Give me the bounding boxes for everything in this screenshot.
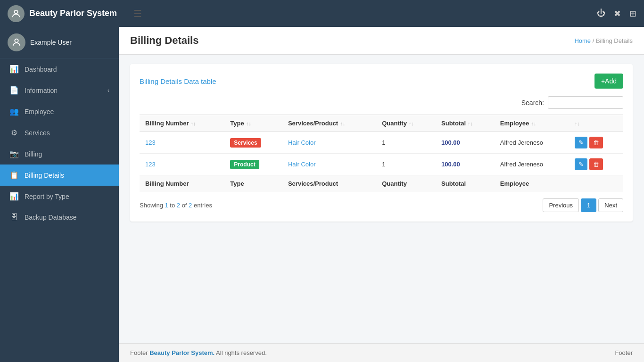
sidebar-label-information: Information: [25, 87, 58, 94]
cell-billing-number-0: 123: [140, 132, 224, 154]
col-quantity[interactable]: Quantity ↑↓: [376, 115, 436, 132]
col-type-label: Type: [230, 120, 244, 127]
sidebar-label-dashboard: Dashboard: [25, 66, 57, 73]
type-badge-1: Product: [230, 160, 259, 169]
delete-button-0[interactable]: 🗑: [589, 137, 603, 148]
table-row: 123 Services Hair Color 1 100.00 Alfred …: [140, 132, 623, 154]
service-product-link-1[interactable]: Hair Color: [288, 161, 316, 168]
page-title: Billing Details: [130, 34, 198, 47]
col-type[interactable]: Type ↑↓: [224, 115, 282, 132]
page-1-button[interactable]: 1: [581, 198, 596, 212]
billing-icon: 📷: [9, 149, 19, 158]
subtotal-value-0: 100.00: [441, 139, 460, 146]
sidebar-item-services[interactable]: ⚙ Services: [0, 122, 119, 143]
power-button[interactable]: ⏻: [597, 8, 605, 18]
brand-icon: [8, 5, 25, 22]
col-actions: ↑↓: [569, 115, 623, 132]
cell-employee-1: Alfred Jereneso: [495, 154, 569, 175]
footer-rights: All rights reserved.: [216, 349, 267, 356]
svg-point-0: [14, 10, 17, 13]
footer-subtotal: Subtotal: [436, 175, 495, 192]
sort-icon-quantity: ↑↓: [409, 121, 414, 126]
footer-employee: Employee: [495, 175, 569, 192]
col-employee-label: Employee: [500, 120, 529, 127]
page-footer: Footer Beauty Parlor System. All rights …: [119, 343, 644, 362]
employee-icon: 👥: [9, 107, 19, 116]
col-quantity-label: Quantity: [382, 120, 407, 127]
breadcrumb-current: Billing Details: [596, 37, 633, 44]
edit-button-1[interactable]: ✎: [575, 158, 587, 170]
cell-subtotal-1: 100.00: [436, 154, 495, 175]
sort-icon-type: ↑↓: [246, 121, 251, 126]
next-button[interactable]: Next: [598, 198, 623, 212]
footer-actions: [569, 175, 623, 192]
top-bar-actions: ⏻ ✖ ⊞: [597, 8, 636, 19]
sidebar: Example User 📊 Dashboard 📄 Information ‹…: [0, 27, 119, 362]
information-icon: 📄: [9, 86, 19, 95]
breadcrumb-home[interactable]: Home: [574, 37, 591, 44]
backup-icon: 🗄: [9, 213, 19, 222]
fullscreen-button[interactable]: ✖: [614, 8, 621, 19]
app-brand: Beauty Parlor System: [8, 5, 126, 22]
sidebar-label-report: Report by Type: [25, 193, 69, 200]
subtotal-value-1: 100.00: [441, 161, 460, 168]
col-billing-number[interactable]: Billing Number ↑↓: [140, 115, 224, 132]
col-billing-number-label: Billing Number: [145, 120, 189, 127]
col-services-product[interactable]: Services/Product ↑↓: [282, 115, 376, 132]
search-input[interactable]: [548, 96, 623, 109]
billing-details-icon: 📋: [9, 171, 19, 180]
sidebar-item-billing[interactable]: 📷 Billing: [0, 143, 119, 165]
delete-button-1[interactable]: 🗑: [589, 158, 603, 170]
sidebar-item-information[interactable]: 📄 Information ‹: [0, 80, 119, 101]
sort-icon-subtotal: ↑↓: [468, 121, 473, 126]
billing-number-link-0[interactable]: 123: [145, 139, 156, 146]
table-controls: Search:: [140, 96, 623, 109]
grid-button[interactable]: ⊞: [629, 8, 636, 19]
content-body: Billing Details Data table +Add Search:: [119, 55, 644, 343]
footer-billing-number: Billing Number: [140, 175, 224, 192]
sidebar-item-backup-database[interactable]: 🗄 Backup Database: [0, 207, 119, 228]
billing-table: Billing Number ↑↓ Type ↑↓: [140, 115, 623, 192]
main-card: Billing Details Data table +Add Search:: [130, 64, 633, 222]
showing-text: Showing 1 to 2 of 2 entries: [140, 202, 212, 209]
cell-service-product-1: Hair Color: [282, 154, 376, 175]
col-subtotal[interactable]: Subtotal ↑↓: [436, 115, 495, 132]
cell-service-product-0: Hair Color: [282, 132, 376, 154]
service-product-link-0[interactable]: Hair Color: [288, 139, 316, 146]
breadcrumb: Home / Billing Details: [574, 37, 633, 44]
sidebar-label-billing-details: Billing Details: [25, 172, 64, 179]
table-body: 123 Services Hair Color 1 100.00 Alfred …: [140, 132, 623, 175]
hamburger-button[interactable]: ☰: [133, 8, 148, 19]
sidebar-item-employee[interactable]: 👥 Employee: [0, 101, 119, 122]
footer-left-text: Footer: [130, 349, 149, 356]
sort-icon-billing: ↑↓: [190, 121, 196, 126]
services-icon: ⚙: [9, 128, 19, 137]
content-header: Billing Details Home / Billing Details: [119, 27, 644, 55]
sidebar-label-services: Services: [25, 129, 50, 137]
cell-quantity-1: 1: [376, 154, 436, 175]
add-button[interactable]: +Add: [594, 74, 623, 89]
sidebar-label-backup: Backup Database: [25, 214, 77, 221]
table-footer-row: Billing Number Type Services/Product Qua…: [140, 175, 623, 192]
cell-quantity-0: 1: [376, 132, 436, 154]
footer-type: Type: [224, 175, 282, 192]
card-header: Billing Details Data table +Add: [140, 74, 623, 89]
sort-icon-actions: ↑↓: [575, 121, 580, 126]
billing-number-link-1[interactable]: 123: [145, 161, 156, 168]
cell-billing-number-1: 123: [140, 154, 224, 175]
sort-icon-services: ↑↓: [340, 121, 345, 126]
svg-point-1: [15, 39, 18, 42]
col-employee[interactable]: Employee ↑↓: [495, 115, 569, 132]
search-label: Search:: [521, 99, 544, 107]
sort-icon-employee: ↑↓: [531, 121, 536, 126]
previous-button[interactable]: Previous: [543, 198, 579, 212]
sidebar-item-dashboard[interactable]: 📊 Dashboard: [0, 58, 119, 80]
showing-from: 1: [165, 202, 168, 209]
table-row: 123 Product Hair Color 1 100.00 Alfred J…: [140, 154, 623, 175]
sidebar-item-billing-details[interactable]: 📋 Billing Details: [0, 165, 119, 186]
cell-subtotal-0: 100.00: [436, 132, 495, 154]
user-name: Example User: [30, 39, 72, 46]
sidebar-item-report-by-type[interactable]: 📊 Report by Type: [0, 186, 119, 207]
content-area: Billing Details Home / Billing Details B…: [119, 27, 644, 362]
edit-button-0[interactable]: ✎: [575, 137, 587, 148]
